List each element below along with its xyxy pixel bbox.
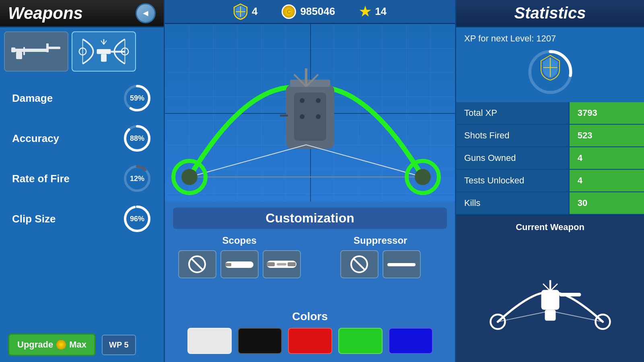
star-icon: ★: [359, 4, 371, 19]
svg-rect-49: [225, 263, 231, 266]
suppressor-title: Suppressor: [314, 235, 447, 246]
color-black[interactable]: [238, 328, 282, 354]
crossbow-icon: [76, 35, 132, 68]
coins-indicator: C 985046: [282, 4, 335, 19]
svg-rect-63: [559, 293, 581, 296]
bottom-buttons: Upgrade Max WP 5: [0, 327, 164, 362]
back-button[interactable]: ◄: [136, 3, 156, 23]
ak47-icon: [8, 35, 64, 68]
suppressor-none[interactable]: [340, 250, 379, 278]
weapons-title: Weapons: [8, 4, 83, 23]
damage-value: 59%: [130, 94, 144, 103]
svg-point-30: [300, 98, 305, 103]
no-suppressor-icon: [349, 254, 369, 274]
svg-point-33: [316, 114, 321, 119]
svg-rect-34: [280, 115, 288, 117]
suppressor-1[interactable]: [383, 250, 421, 278]
coin-icon: [56, 340, 66, 350]
no-scope-icon: [187, 254, 207, 274]
upgrade-label: Upgrade: [17, 339, 53, 350]
accuracy-label: Accuracy: [12, 132, 59, 145]
svg-line-68: [550, 284, 558, 291]
center-panel: 4 C 985046 ★ 14: [165, 0, 455, 362]
weapon-stats: Damage 59% Accuracy 88% Rate of Fire: [0, 76, 164, 327]
stat-row-total-xp: Total XP 3793: [456, 102, 644, 124]
scopes-title: Scopes: [173, 235, 306, 246]
current-weapon-section: Current Weapon: [456, 215, 644, 362]
scope-2[interactable]: [263, 250, 301, 278]
bow-display: [169, 36, 451, 197]
upgrade-button[interactable]: Upgrade Max: [8, 333, 96, 356]
suppressor-icon: [385, 254, 418, 274]
colors-title: Colors: [173, 310, 447, 323]
top-bar: 4 C 985046 ★ 14: [165, 0, 455, 24]
color-red[interactable]: [288, 328, 332, 354]
weapon-tab-ak47[interactable]: [4, 31, 68, 72]
stat-damage: Damage 59%: [12, 84, 152, 113]
svg-rect-7: [12, 50, 15, 51]
svg-line-47: [191, 258, 203, 270]
scope-1[interactable]: [220, 250, 259, 278]
suppressor-section: Suppressor: [314, 235, 447, 278]
color-blue[interactable]: [389, 328, 433, 354]
coin-icon-top: C: [282, 4, 296, 19]
suppressor-items: [314, 250, 447, 278]
stat-rate-of-fire: Rate of Fire 12%: [12, 164, 152, 193]
weapon-tab-crossbow[interactable]: [72, 31, 136, 72]
svg-rect-56: [387, 263, 416, 266]
rate-of-fire-value: 12%: [130, 175, 144, 183]
svg-point-42: [415, 169, 431, 185]
stat-row-tests-unlocked: Tests Unlocked 4: [456, 169, 644, 192]
svg-line-67: [543, 284, 550, 291]
statistics-table: Total XP 3793 Shots Fired 523 Guns Owned…: [456, 102, 644, 215]
svg-point-40: [181, 169, 198, 185]
weapons-header: Weapons ◄: [0, 0, 164, 27]
svg-rect-53: [277, 263, 286, 265]
stat-label-kills: Kills: [456, 192, 569, 214]
statistics-title: Statistics: [514, 4, 586, 22]
stat-row-kills: Kills 30: [456, 192, 644, 214]
damage-circle: 59%: [123, 84, 152, 113]
customization-title: Customization: [173, 208, 447, 229]
svg-rect-1: [48, 47, 60, 49]
svg-rect-12: [111, 51, 125, 52]
rate-of-fire-label: Rate of Fire: [12, 173, 70, 185]
stat-row-guns-owned: Guns Owned 4: [456, 147, 644, 169]
stars-value: 14: [375, 5, 387, 18]
stat-label-total-xp: Total XP: [456, 102, 569, 124]
stat-value-guns-owned: 4: [569, 147, 644, 169]
svg-line-70: [550, 311, 603, 322]
svg-point-31: [316, 98, 321, 103]
svg-rect-2: [16, 52, 22, 59]
accuracy-value: 88%: [130, 134, 144, 143]
stat-label-tests-unlocked: Tests Unlocked: [456, 169, 569, 192]
svg-rect-51: [267, 262, 275, 266]
upgrade-suffix: Max: [69, 339, 86, 350]
weapon-tabs: [0, 27, 164, 76]
svg-rect-6: [30, 49, 48, 51]
level-ring-svg: [526, 46, 574, 98]
customization-row: Scopes: [173, 235, 447, 278]
clip-size-circle: 96%: [123, 204, 152, 233]
damage-label: Damage: [12, 92, 53, 105]
stat-label-guns-owned: Guns Owned: [456, 147, 569, 169]
weapon-viewport: [165, 24, 455, 202]
svg-rect-29: [294, 93, 326, 141]
right-panel: Statistics XP for next Level: 1207 Total…: [455, 0, 644, 362]
scope-1-icon: [223, 254, 255, 274]
svg-line-69: [498, 311, 550, 322]
color-white[interactable]: [187, 328, 232, 354]
svg-line-55: [353, 258, 365, 270]
svg-rect-52: [288, 262, 296, 266]
xp-label: XP for next Level: 1207: [464, 33, 556, 44]
stars-indicator: ★ 14: [359, 4, 387, 19]
current-weapon-label: Current Weapon: [516, 222, 584, 232]
scope-none[interactable]: [178, 250, 216, 278]
color-green[interactable]: [338, 328, 383, 354]
svg-rect-10: [97, 49, 111, 54]
stat-label-shots-fired: Shots Fired: [456, 124, 569, 147]
left-panel: Weapons ◄: [0, 0, 165, 362]
coins-value: 985046: [300, 5, 335, 18]
level-value: 4: [252, 5, 257, 18]
svg-rect-4: [23, 47, 25, 55]
